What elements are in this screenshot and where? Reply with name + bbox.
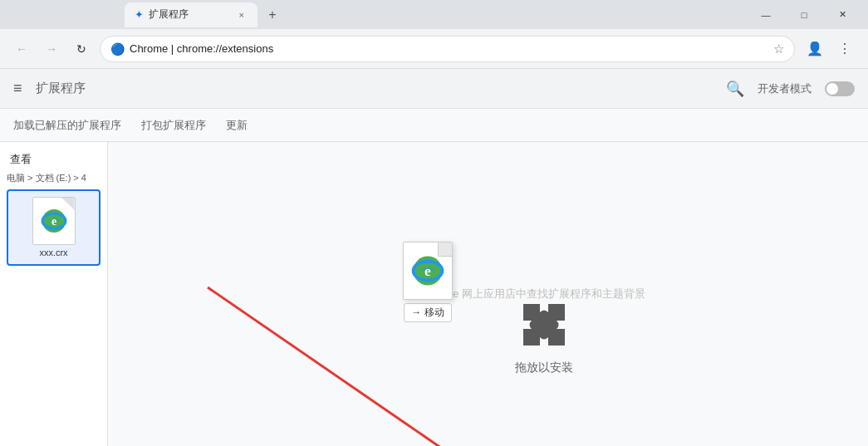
breadcrumb: 电脑 > 文档 (E:) > 4: [0, 170, 107, 186]
new-tab-button[interactable]: +: [261, 3, 284, 27]
crx-file-icon: e: [32, 197, 76, 245]
drop-zone: 拖放以安装: [515, 296, 573, 375]
ie-icon: e: [41, 208, 67, 234]
url-bar[interactable]: 🔵 Chrome | chrome://extensions ☆: [100, 36, 795, 62]
url-prefix: Chrome |: [130, 42, 177, 55]
svg-text:e: e: [424, 262, 431, 279]
reload-button[interactable]: ↻: [70, 37, 93, 61]
update-button[interactable]: 更新: [226, 115, 248, 136]
maximize-button[interactable]: □: [785, 0, 823, 29]
window-controls: — □ ✕: [747, 0, 868, 29]
url-text: Chrome | chrome://extensions: [130, 42, 768, 55]
move-badge: → 移动: [404, 303, 451, 322]
load-unpacked-button[interactable]: 加载已解压的扩展程序: [13, 115, 121, 136]
secure-icon: 🔵: [110, 42, 125, 56]
profile-button[interactable]: 👤: [802, 36, 828, 62]
left-panel: 查看 电脑 > 文档 (E:) > 4 e xxx.crx: [0, 142, 108, 446]
back-button[interactable]: ←: [10, 37, 33, 61]
svg-text:e: e: [51, 215, 56, 228]
window-frame: ✦ 扩展程序 × + — □ ✕ ← → ↻ 🔵 Chrome | chrome…: [0, 0, 868, 446]
crx-file-icon-wrapper: e: [31, 198, 77, 244]
dragged-ie-icon: e: [411, 254, 444, 287]
crx-file-label: xxx.crx: [39, 248, 67, 257]
dragged-crx-icon: e: [403, 242, 453, 300]
active-tab[interactable]: ✦ 扩展程序 ×: [125, 2, 257, 27]
crx-file-item[interactable]: e xxx.crx: [7, 189, 101, 266]
bookmark-icon[interactable]: ☆: [773, 42, 784, 56]
title-bar: ✦ 扩展程序 × + — □ ✕: [0, 0, 868, 29]
tab-extension-icon: ✦: [135, 8, 144, 21]
sub-navigation: 加载已解压的扩展程序 打包扩展程序 更新: [0, 109, 868, 142]
close-button[interactable]: ✕: [823, 0, 861, 29]
address-bar: ← → ↻ 🔵 Chrome | chrome://extensions ☆ 👤…: [0, 29, 868, 69]
search-icon[interactable]: 🔍: [726, 80, 744, 98]
dev-mode-toggle[interactable]: [825, 81, 855, 96]
url-value: chrome://extensions: [177, 42, 273, 55]
pack-extension-button[interactable]: 打包扩展程序: [141, 115, 206, 136]
puzzle-icon: [515, 296, 573, 354]
dragged-file: e → 移动: [403, 242, 453, 322]
extensions-content: 从 Chrome 网上应用店中查找扩展程序和主题背景 e: [108, 142, 868, 446]
view-label: 查看: [0, 149, 107, 170]
tab-label: 扩展程序: [149, 7, 189, 22]
extensions-search-area: 🔍 开发者模式: [726, 80, 855, 98]
dev-mode-label: 开发者模式: [758, 81, 812, 96]
extensions-header: ≡ 扩展程序 🔍 开发者模式: [0, 69, 868, 109]
forward-button[interactable]: →: [40, 37, 63, 61]
drop-label: 拖放以安装: [515, 360, 573, 375]
drag-arrow: [158, 271, 548, 446]
address-actions: 👤 ⋮: [802, 36, 858, 62]
tab-close-button[interactable]: ×: [236, 8, 248, 22]
main-content: 查看 电脑 > 文档 (E:) > 4 e xxx.crx: [0, 142, 868, 446]
extensions-page-title: 扩展程序: [36, 81, 86, 96]
menu-button[interactable]: ⋮: [831, 36, 858, 62]
hamburger-menu-icon[interactable]: ≡: [13, 80, 22, 97]
minimize-button[interactable]: —: [747, 0, 785, 29]
